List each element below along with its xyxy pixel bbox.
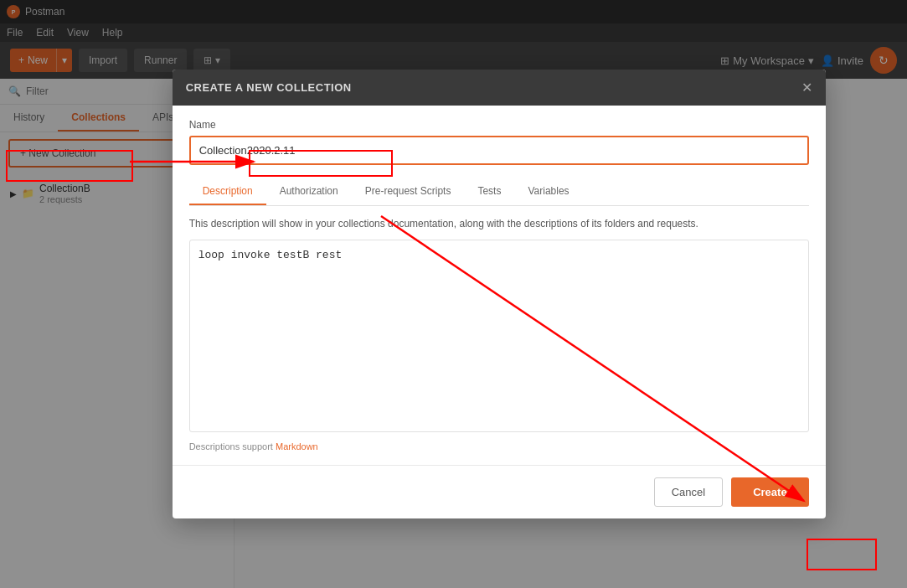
- markdown-link[interactable]: Markdown: [276, 441, 318, 451]
- create-collection-modal: CREATE A NEW COLLECTION ✕ Name Descripti…: [173, 70, 826, 518]
- create-button[interactable]: Create: [731, 477, 808, 507]
- modal-tab-tests[interactable]: Tests: [464, 178, 514, 205]
- markdown-note: Descriptions support Markdown: [189, 441, 809, 451]
- name-label: Name: [189, 119, 809, 131]
- description-textarea[interactable]: loop invoke testB rest: [189, 240, 809, 432]
- modal-title: CREATE A NEW COLLECTION: [186, 81, 352, 94]
- modal-tab-description[interactable]: Description: [189, 178, 266, 205]
- modal-tabs: Description Authorization Pre-request Sc…: [189, 178, 809, 206]
- name-input-wrapper: [189, 136, 809, 165]
- modal-header: CREATE A NEW COLLECTION ✕: [173, 70, 826, 106]
- modal-close-button[interactable]: ✕: [801, 80, 812, 95]
- modal-tab-authorization[interactable]: Authorization: [266, 178, 352, 205]
- modal-body: Name Description Authorization Pre-reque…: [173, 106, 826, 465]
- cancel-button[interactable]: Cancel: [654, 477, 723, 507]
- description-help-text: This description will show in your colle…: [189, 216, 809, 231]
- collection-name-input[interactable]: [191, 137, 807, 163]
- modal-footer: Cancel Create: [173, 465, 826, 518]
- modal-tab-prerequest[interactable]: Pre-request Scripts: [352, 178, 465, 205]
- modal-tab-variables[interactable]: Variables: [514, 178, 582, 205]
